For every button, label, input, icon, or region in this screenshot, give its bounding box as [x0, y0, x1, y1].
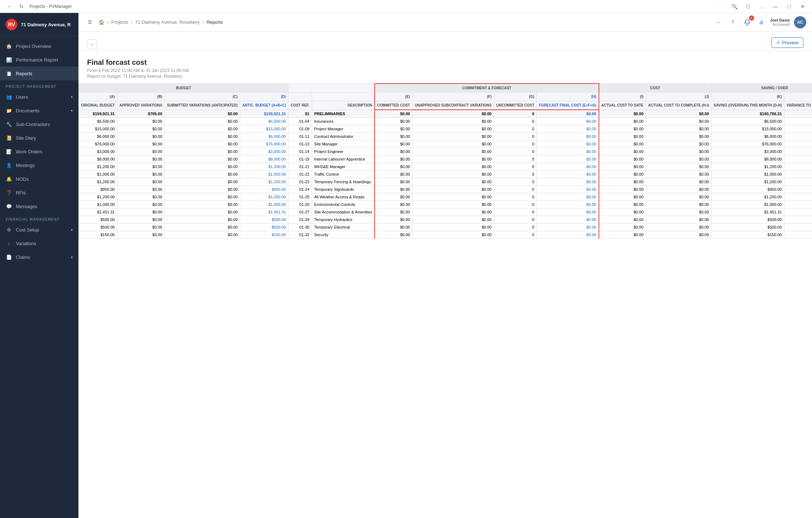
nods-icon: 🔔: [6, 176, 12, 182]
sidebar-item-label: Documents: [16, 108, 40, 113]
table-row: $500.00$0.00$0.00$500.0001-30Temporary E…: [79, 224, 812, 231]
chart-icon: 📊: [6, 57, 12, 63]
sidebar-item-variations[interactable]: ↕ Variations: [0, 237, 78, 250]
table-row: $150.00$0.00$0.00$150.0001-32Security$0.…: [79, 231, 812, 239]
breadcrumb-project-name[interactable]: 71 Dalmeny Avenue, Rosebery: [135, 19, 199, 25]
window-title: Projects - PVManager: [30, 4, 726, 9]
table-body: $159,921.31$785.00$0.00$159,921.3101PREL…: [79, 110, 812, 239]
back-arrow-button[interactable]: ←: [713, 17, 724, 28]
table-row: $1,200.00$0.00$0.00$1,200.0001-25All Wea…: [79, 193, 812, 201]
saving-group-header: SAVING / OVER: [711, 84, 812, 93]
maximize-button[interactable]: □: [784, 1, 794, 12]
site-diary-icon: 📔: [6, 135, 12, 141]
preview-icon: ↗: [776, 40, 780, 45]
sidebar-item-claims[interactable]: 📄 Claims ▾: [0, 250, 78, 264]
sidebar-item-label: Performance Report: [16, 57, 58, 63]
table-row: $76,000.00$0.00$0.00$76,000.0001-13Site …: [79, 140, 812, 148]
table-row: $8,000.00$0.00$0.00$8,000.0001-19Interna…: [79, 156, 812, 163]
sidebar-item-site-diary[interactable]: 📔 Site Diary: [0, 131, 78, 145]
table-row: $159,921.31$785.00$0.00$159,921.3101PREL…: [79, 110, 812, 118]
work-orders-icon: 📝: [6, 148, 12, 155]
sidebar-item-work-orders[interactable]: 📝 Work Orders: [0, 145, 78, 158]
table-row: $1,000.00$0.00$0.00$1,000.0001-26Environ…: [79, 201, 812, 208]
sidebar-item-meetings[interactable]: 👤 Meetings: [0, 158, 78, 172]
home-icon: 🏠: [6, 43, 12, 49]
report-budget-info: Report on budget: 71 Dalmeny Avenue, Ros…: [87, 74, 803, 79]
sidebar-item-label: Reports: [16, 71, 32, 76]
sidebar-item-messages[interactable]: 💬 Messages: [0, 199, 78, 213]
report-toolbar: ← ↗ Preview: [78, 32, 812, 51]
sidebar-item-users[interactable]: 👥 Users ▾: [0, 90, 78, 104]
main-area: ☰ 🏠 » Projects » 71 Dalmeny Avenue, Rose…: [78, 13, 812, 518]
hamburger-menu[interactable]: ☰: [84, 17, 96, 28]
documents-icon: 📁: [6, 107, 12, 114]
commitment-group-header: COMMITMENT & FORECAST: [375, 84, 599, 93]
preview-label: Preview: [782, 40, 799, 45]
titlebar-nav: ← ↻: [4, 1, 27, 12]
sidebar-item-cost-setup[interactable]: ⚙ Cost Setup ▾: [0, 223, 78, 237]
close-button[interactable]: ✕: [798, 1, 808, 12]
minimize-button[interactable]: —: [770, 1, 780, 12]
table-row: $1,200.00$0.00$0.00$1,200.0001-23Tempora…: [79, 178, 812, 186]
report-header: Final forcast cost From 8 Feb 2022 11:00…: [78, 51, 812, 83]
sidebar-item-label: Meetings: [16, 163, 35, 168]
sidebar-item-documents[interactable]: 📁 Documents ▾: [0, 104, 78, 117]
table-row: $950.00$0.00$0.00$950.0001-24Temporary S…: [79, 186, 812, 193]
breadcrumb-projects[interactable]: Projects: [111, 19, 128, 25]
notification-count: 8: [749, 15, 754, 21]
sidebar-item-label: RFIs: [16, 190, 26, 195]
help-button[interactable]: ?: [727, 17, 739, 28]
sidebar-item-sub-contractors[interactable]: 🔧 Sub-Contractors: [0, 117, 78, 131]
chevron-down-icon: ▾: [71, 95, 73, 99]
subcontractors-icon: 🔧: [6, 121, 12, 127]
zoom-icon[interactable]: 🔍: [729, 1, 739, 12]
sidebar-item-reports[interactable]: 📋 Reports: [0, 67, 78, 80]
column-group-header: BUDGET COMMITMENT & FORECAST COST SAVING…: [79, 84, 812, 93]
titlebar: ← ↻ Projects - PVManager 🔍 ⬡ … — □ ✕: [0, 0, 812, 13]
chevron-down-icon: ▾: [71, 109, 73, 113]
table-row: $3,000.00$0.00$0.00$3,000.0001-14Project…: [79, 148, 812, 156]
project-management-section-label: PROJECT MANAGEMENT: [0, 80, 78, 90]
table-row: $1,200.00$0.00$0.00$1,200.0001-21WHS&E M…: [79, 163, 812, 171]
reports-icon: 📋: [6, 70, 12, 77]
table-row: $6,500.00$0.00$0.00$6,500.0001-04Insuran…: [79, 118, 812, 125]
table-row: $1,451.31$0.00$0.00$1,451.3101-27Site Ac…: [79, 208, 812, 216]
sidebar-header: RV 71 Dalmeny Avenue, R: [0, 13, 78, 36]
budget-group-header: BUDGET: [79, 84, 288, 93]
sidebar-item-label: Project Overview: [16, 44, 51, 49]
sidebar-item-nods[interactable]: 🔔 NODs: [0, 172, 78, 186]
sidebar-item-label: Work Orders: [16, 149, 42, 154]
sidebar-item-label: Users: [16, 94, 28, 100]
table-row: $1,000.00$0.00$0.00$1,000.0001-22Traffic…: [79, 171, 812, 178]
sidebar-item-label: Cost Setup: [16, 227, 39, 233]
preview-button[interactable]: ↗ Preview: [771, 37, 803, 48]
cast-icon[interactable]: ⬡: [743, 1, 753, 12]
users-icon: 👥: [6, 94, 12, 100]
avatar[interactable]: AC: [794, 16, 806, 28]
sidebar-item-project-overview[interactable]: 🏠 Project Overview: [0, 39, 78, 53]
table-row: $6,000.00$0.00$0.00$6,000.0001-11Contrac…: [79, 133, 812, 140]
more-options-button[interactable]: …: [757, 1, 767, 12]
cost-setup-icon: ⚙: [6, 226, 12, 233]
claims-icon: 📄: [6, 254, 12, 260]
report-title: Final forcast cost: [87, 58, 803, 67]
back-nav-button[interactable]: ←: [4, 1, 14, 12]
sidebar-item-performance-report[interactable]: 📊 Performance Report: [0, 53, 78, 67]
sidebar-item-rfis[interactable]: ❓ RFIs: [0, 186, 78, 199]
sidebar-item-label: Claims: [16, 255, 30, 260]
chevron-down-icon: ▾: [71, 255, 73, 259]
report-back-button[interactable]: ←: [87, 39, 97, 49]
sidebar: RV 71 Dalmeny Avenue, R 🏠 Project Overvi…: [0, 13, 78, 518]
column-letter-row: (A) (B) (C) (D) (E) (F) (G) (H) (I) (J): [79, 93, 812, 101]
print-button[interactable]: 🖨: [756, 17, 767, 28]
notification-button[interactable]: 8: [741, 17, 753, 28]
variations-icon: ↕: [6, 240, 12, 247]
rfis-icon: ❓: [6, 189, 12, 196]
meetings-icon: 👤: [6, 162, 12, 168]
report-table-container: BUDGET COMMITMENT & FORECAST COST SAVING…: [78, 83, 812, 239]
breadcrumb-current: Reports: [207, 19, 223, 25]
report-table: BUDGET COMMITMENT & FORECAST COST SAVING…: [78, 83, 812, 239]
sidebar-item-label: Messages: [16, 204, 37, 209]
refresh-button[interactable]: ↻: [17, 1, 27, 12]
cost-group-header: COST: [599, 84, 712, 93]
